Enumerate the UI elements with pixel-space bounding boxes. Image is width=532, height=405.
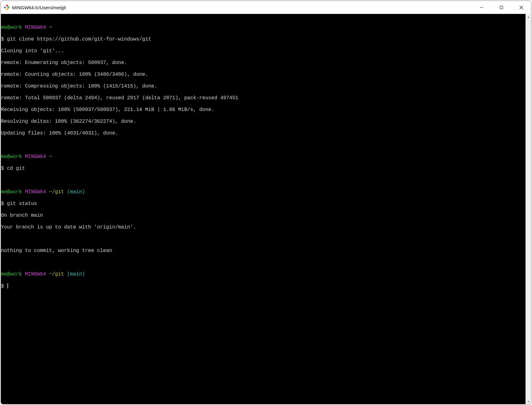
app-icon (3, 4, 10, 11)
command-text: cd git (7, 166, 25, 171)
window-title: MINGW64:/c/Users/me/git (12, 5, 66, 10)
prompt-sigil: $ (1, 284, 4, 289)
prompt-user-host: me@work (1, 271, 22, 277)
output-line: remote: Enumerating objects: 500937, don… (1, 60, 387, 66)
prompt-branch: (main) (67, 271, 85, 277)
terminal-area[interactable]: me@work MINGW64 ~ $ git clone https://gi… (1, 14, 387, 295)
terminal-window: MINGW64:/c/Users/me/git me@work MINGW64 … (1, 1, 387, 295)
cursor (7, 283, 8, 288)
prompt-path: ~ (49, 154, 52, 160)
blank-line (1, 260, 387, 266)
output-line: Your branch is up to date with 'origin/m… (1, 224, 387, 230)
prompt-env: MINGW64 (25, 25, 46, 30)
prompt-user-host: me@work (1, 154, 22, 160)
output-line: On branch main (1, 213, 387, 219)
terminal-area-wrap: me@work MINGW64 ~ $ git clone https://gi… (1, 14, 387, 295)
command-text: git status (7, 201, 37, 207)
prompt-branch: (main) (67, 189, 85, 195)
prompt-sigil: $ (1, 201, 4, 207)
prompt-env: MINGW64 (25, 154, 46, 160)
output-line: remote: Counting objects: 100% (3486/348… (1, 72, 387, 78)
prompt-env: MINGW64 (25, 189, 46, 195)
output-line: remote: Total 500937 (delta 2494), reuse… (1, 95, 387, 101)
prompt-env: MINGW64 (25, 271, 46, 277)
blank-line (1, 236, 387, 242)
output-line: Resolving deltas: 100% (362274/362274), … (1, 119, 387, 125)
blank-line (1, 142, 387, 148)
titlebar[interactable]: MINGW64:/c/Users/me/git (1, 1, 387, 14)
command-text: git clone https://github.com/git-for-win… (7, 36, 151, 42)
output-line: nothing to commit, working tree clean (1, 248, 387, 254)
output-line: Cloning into 'git'... (1, 48, 387, 54)
prompt-sigil: $ (1, 36, 4, 42)
output-line: remote: Compressing objects: 100% (1415/… (1, 83, 387, 89)
svg-rect-1 (4, 6, 6, 9)
prompt-path: ~/git (49, 189, 64, 195)
blank-line (1, 177, 387, 183)
prompt-sigil: $ (1, 166, 4, 171)
prompt-path: ~/git (49, 271, 64, 277)
output-line: Receiving objects: 100% (500937/500937),… (1, 107, 387, 113)
output-line: Updating files: 100% (4031/4031), done. (1, 130, 387, 136)
prompt-user-host: me@work (1, 25, 22, 30)
prompt-user-host: me@work (1, 189, 22, 195)
prompt-path: ~ (49, 25, 52, 30)
